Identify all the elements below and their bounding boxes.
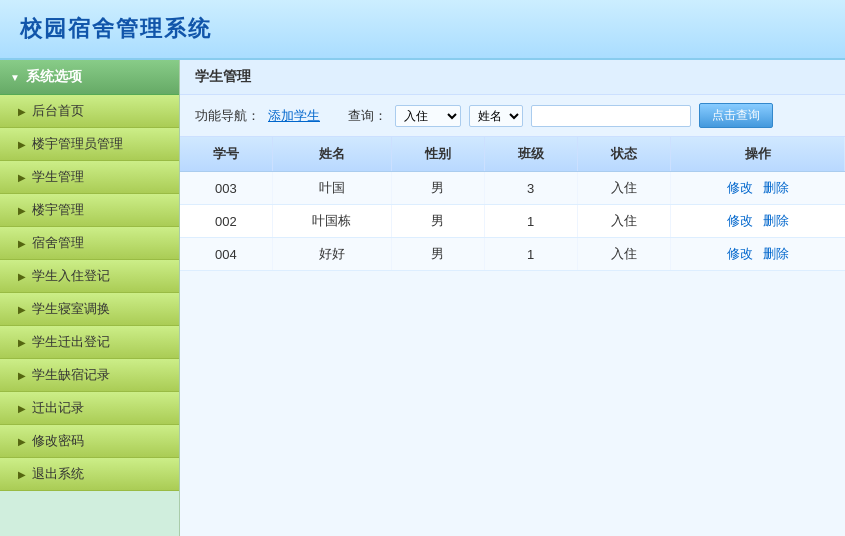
field-select[interactable]: 姓名 学号 bbox=[469, 105, 523, 127]
sidebar-item-room-change[interactable]: ▶学生寝室调换 bbox=[0, 293, 179, 326]
sidebar-header-label: 系统选项 bbox=[26, 68, 82, 86]
cell-status: 入住 bbox=[577, 238, 670, 271]
table-row: 002 叶国栋 男 1 入住 修改 删除 bbox=[180, 205, 845, 238]
edit-link[interactable]: 修改 bbox=[727, 246, 753, 261]
edit-link[interactable]: 修改 bbox=[727, 213, 753, 228]
sidebar-item-label: 学生缺宿记录 bbox=[32, 366, 110, 384]
sidebar-item-building-admin[interactable]: ▶楼宇管理员管理 bbox=[0, 128, 179, 161]
search-input[interactable] bbox=[531, 105, 691, 127]
sidebar-item-label: 楼宇管理员管理 bbox=[32, 135, 123, 153]
col-id: 学号 bbox=[180, 137, 272, 172]
sidebar-arrow-icon: ▶ bbox=[18, 106, 26, 117]
delete-link[interactable]: 删除 bbox=[763, 213, 789, 228]
table-header-row: 学号 姓名 性别 班级 状态 操作 bbox=[180, 137, 845, 172]
cell-actions: 修改 删除 bbox=[670, 238, 845, 271]
sidebar-item-checkout-record[interactable]: ▶迁出记录 bbox=[0, 392, 179, 425]
sidebar-item-checkin[interactable]: ▶学生入住登记 bbox=[0, 260, 179, 293]
sidebar-arrow-icon: ▶ bbox=[18, 370, 26, 381]
sidebar-item-label: 学生寝室调换 bbox=[32, 300, 110, 318]
cell-actions: 修改 删除 bbox=[670, 172, 845, 205]
table-row: 004 好好 男 1 入住 修改 删除 bbox=[180, 238, 845, 271]
sidebar-arrow-icon: ▶ bbox=[18, 304, 26, 315]
query-label: 查询： bbox=[348, 107, 387, 125]
sidebar-item-absence[interactable]: ▶学生缺宿记录 bbox=[0, 359, 179, 392]
sidebar-arrow-icon: ▶ bbox=[18, 403, 26, 414]
app-title: 校园宿舍管理系统 bbox=[20, 14, 212, 44]
sidebar-item-change-pwd[interactable]: ▶修改密码 bbox=[0, 425, 179, 458]
delete-link[interactable]: 删除 bbox=[763, 246, 789, 261]
sidebar-item-logout[interactable]: ▶退出系统 bbox=[0, 458, 179, 491]
col-status: 状态 bbox=[577, 137, 670, 172]
cell-name: 叶国 bbox=[272, 172, 391, 205]
student-tbody: 003 叶国 男 3 入住 修改 删除 002 叶国栋 男 1 入住 修改 删除… bbox=[180, 172, 845, 271]
cell-class: 1 bbox=[484, 205, 577, 238]
sidebar-item-checkout[interactable]: ▶学生迁出登记 bbox=[0, 326, 179, 359]
cell-id: 003 bbox=[180, 172, 272, 205]
col-name: 姓名 bbox=[272, 137, 391, 172]
sidebar-arrow-icon: ▶ bbox=[18, 172, 26, 183]
col-class: 班级 bbox=[484, 137, 577, 172]
table-row: 003 叶国 男 3 入住 修改 删除 bbox=[180, 172, 845, 205]
cell-gender: 男 bbox=[391, 205, 484, 238]
cell-class: 1 bbox=[484, 238, 577, 271]
toolbar: 功能导航： 添加学生 查询： 入住 未入住 全部 姓名 学号 点击查询 bbox=[180, 95, 845, 137]
student-table: 学号 姓名 性别 班级 状态 操作 003 叶国 男 3 入住 修改 删除 00… bbox=[180, 137, 845, 271]
status-select[interactable]: 入住 未入住 全部 bbox=[395, 105, 461, 127]
cell-gender: 男 bbox=[391, 172, 484, 205]
col-gender: 性别 bbox=[391, 137, 484, 172]
sidebar-arrow-icon: ▶ bbox=[18, 238, 26, 249]
sidebar-item-label: 学生入住登记 bbox=[32, 267, 110, 285]
sidebar-arrow-icon: ▶ bbox=[18, 469, 26, 480]
sidebar-item-label: 后台首页 bbox=[32, 102, 84, 120]
sidebar-item-label: 楼宇管理 bbox=[32, 201, 84, 219]
add-student-link[interactable]: 添加学生 bbox=[268, 107, 320, 125]
sidebar-item-label: 退出系统 bbox=[32, 465, 84, 483]
cell-actions: 修改 删除 bbox=[670, 205, 845, 238]
cell-name: 叶国栋 bbox=[272, 205, 391, 238]
cell-status: 入住 bbox=[577, 172, 670, 205]
content-area: 学生管理 功能导航： 添加学生 查询： 入住 未入住 全部 姓名 学号 点击查询 bbox=[180, 60, 845, 536]
cell-id: 004 bbox=[180, 238, 272, 271]
cell-gender: 男 bbox=[391, 238, 484, 271]
search-button[interactable]: 点击查询 bbox=[699, 103, 773, 128]
sidebar-arrow-icon: ▶ bbox=[18, 205, 26, 216]
sidebar-arrow-icon: ▶ bbox=[18, 271, 26, 282]
main-container: ▼ 系统选项 ▶后台首页▶楼宇管理员管理▶学生管理▶楼宇管理▶宿舍管理▶学生入住… bbox=[0, 60, 845, 536]
sidebar-item-dashboard[interactable]: ▶后台首页 bbox=[0, 95, 179, 128]
sidebar-item-building-mgmt[interactable]: ▶楼宇管理 bbox=[0, 194, 179, 227]
header: 校园宿舍管理系统 bbox=[0, 0, 845, 60]
content-title: 学生管理 bbox=[180, 60, 845, 95]
sidebar-arrow-icon: ▶ bbox=[18, 337, 26, 348]
sidebar-collapse-icon[interactable]: ▼ bbox=[10, 72, 20, 83]
cell-name: 好好 bbox=[272, 238, 391, 271]
sidebar-arrow-icon: ▶ bbox=[18, 436, 26, 447]
sidebar-items-container: ▶后台首页▶楼宇管理员管理▶学生管理▶楼宇管理▶宿舍管理▶学生入住登记▶学生寝室… bbox=[0, 95, 179, 491]
sidebar: ▼ 系统选项 ▶后台首页▶楼宇管理员管理▶学生管理▶楼宇管理▶宿舍管理▶学生入住… bbox=[0, 60, 180, 536]
cell-class: 3 bbox=[484, 172, 577, 205]
sidebar-item-label: 学生管理 bbox=[32, 168, 84, 186]
cell-status: 入住 bbox=[577, 205, 670, 238]
sidebar-arrow-icon: ▶ bbox=[18, 139, 26, 150]
nav-label: 功能导航： bbox=[195, 107, 260, 125]
sidebar-item-student-mgmt[interactable]: ▶学生管理 bbox=[0, 161, 179, 194]
sidebar-item-dorm-mgmt[interactable]: ▶宿舍管理 bbox=[0, 227, 179, 260]
student-table-container: 学号 姓名 性别 班级 状态 操作 003 叶国 男 3 入住 修改 删除 00… bbox=[180, 137, 845, 271]
sidebar-header: ▼ 系统选项 bbox=[0, 60, 179, 95]
col-actions: 操作 bbox=[670, 137, 845, 172]
sidebar-item-label: 学生迁出登记 bbox=[32, 333, 110, 351]
sidebar-item-label: 迁出记录 bbox=[32, 399, 84, 417]
sidebar-item-label: 宿舍管理 bbox=[32, 234, 84, 252]
edit-link[interactable]: 修改 bbox=[727, 180, 753, 195]
sidebar-item-label: 修改密码 bbox=[32, 432, 84, 450]
cell-id: 002 bbox=[180, 205, 272, 238]
delete-link[interactable]: 删除 bbox=[763, 180, 789, 195]
